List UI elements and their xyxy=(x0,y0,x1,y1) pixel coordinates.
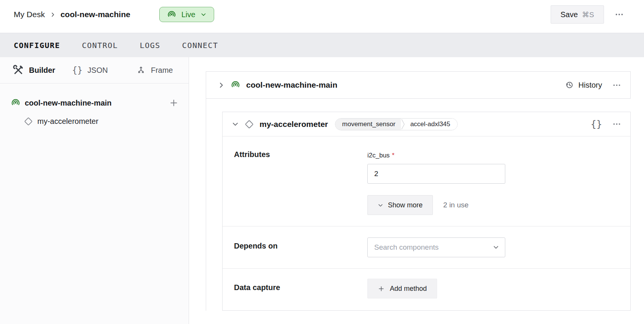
chevron-down-icon xyxy=(378,202,383,208)
depends-on-placeholder: Search components xyxy=(374,243,493,252)
braces-icon: {} xyxy=(72,66,83,75)
machine-part-icon xyxy=(11,98,21,108)
tab-logs[interactable]: LOGS xyxy=(140,41,160,50)
attributes-section: Attributes i2c_bus * xyxy=(223,136,630,226)
tree-item-machine-part[interactable]: cool-new-machine-main xyxy=(0,94,189,112)
tools-icon xyxy=(13,64,24,76)
chevron-down-icon xyxy=(493,244,499,250)
save-button-label: Save xyxy=(561,10,578,19)
show-more-label: Show more xyxy=(388,201,423,209)
breadcrumb-parent[interactable]: My Desk xyxy=(14,10,45,19)
mode-tab-frame-label: Frame xyxy=(151,66,173,75)
show-more-button[interactable]: Show more xyxy=(367,195,433,215)
tree-component-label: my-accelerometer xyxy=(37,117,98,126)
data-capture-section: Data capture Add method xyxy=(223,268,630,310)
component-card-title: my-accelerometer xyxy=(260,120,328,129)
component-card: my-accelerometer movement_sensor accel-a… xyxy=(222,112,631,311)
breadcrumb-chevron-icon xyxy=(50,12,56,18)
component-diamond-icon xyxy=(24,117,33,126)
ellipsis-icon xyxy=(612,120,621,128)
breadcrumb-machine-name: cool-new-machine xyxy=(61,10,130,19)
history-button[interactable]: History xyxy=(565,80,602,90)
edit-json-button[interactable]: {} xyxy=(591,119,602,129)
component-overflow-menu-button[interactable] xyxy=(612,120,621,128)
live-broadcast-icon xyxy=(167,10,176,19)
add-component-button[interactable] xyxy=(169,98,179,108)
tab-control[interactable]: CONTROL xyxy=(82,41,118,50)
machine-overflow-menu-button[interactable] xyxy=(615,10,624,19)
mode-tab-frame[interactable]: Frame xyxy=(136,65,173,75)
add-method-button[interactable]: Add method xyxy=(367,279,437,298)
chevron-down-icon xyxy=(200,11,207,18)
app-window: My Desk cool-new-machine Live Save ⌘S xyxy=(0,0,644,324)
component-type-label: movement_sensor xyxy=(335,119,401,130)
config-mode-tabs: Builder {} JSON Frame xyxy=(0,57,189,83)
depends-on-section: Depends on Search components xyxy=(223,226,630,269)
component-type-badge: movement_sensor accel-adxl345 xyxy=(335,118,458,130)
depends-on-select[interactable]: Search components xyxy=(367,237,505,257)
save-button[interactable]: Save ⌘S xyxy=(551,5,604,24)
part-group-spine xyxy=(206,99,206,311)
frame-axes-icon xyxy=(136,65,146,75)
config-main-pane: cool-new-machine-main History xyxy=(189,57,644,324)
required-marker: * xyxy=(392,152,395,159)
mode-tab-builder[interactable]: Builder xyxy=(13,64,55,76)
expand-part-chevron-icon[interactable] xyxy=(218,82,225,89)
part-overflow-menu-button[interactable] xyxy=(612,81,621,90)
mode-tab-json-label: JSON xyxy=(88,66,108,75)
component-card-header: my-accelerometer movement_sensor accel-a… xyxy=(223,112,630,136)
field-label-text: i2c_bus xyxy=(367,152,390,159)
machine-status-dropdown[interactable]: Live xyxy=(159,7,214,22)
tree-item-component[interactable]: my-accelerometer xyxy=(0,112,189,130)
machine-nav-tabs: CONFIGURE CONTROL LOGS CONNECT xyxy=(0,33,644,57)
i2c-bus-input[interactable] xyxy=(367,164,505,184)
braces-icon: {} xyxy=(591,119,602,129)
tab-connect[interactable]: CONNECT xyxy=(182,41,218,50)
mode-tab-builder-label: Builder xyxy=(29,66,55,75)
component-diamond-icon xyxy=(244,119,254,129)
config-sidebar: Builder {} JSON Frame xyxy=(0,57,189,324)
plus-icon xyxy=(169,98,179,108)
attributes-heading: Attributes xyxy=(234,136,367,226)
machine-part-icon xyxy=(231,80,240,90)
add-method-label: Add method xyxy=(390,285,427,293)
history-button-label: History xyxy=(578,81,602,90)
ellipsis-icon xyxy=(615,10,624,19)
badge-separator xyxy=(401,118,405,130)
machine-status-label: Live xyxy=(181,10,195,19)
save-shortcut-hint: ⌘S xyxy=(582,10,594,19)
tree-part-label: cool-new-machine-main xyxy=(25,99,112,107)
attributes-usage-count: 2 in use xyxy=(443,201,469,209)
machine-part-tree: cool-new-machine-main my-accelerometer xyxy=(0,83,189,130)
data-capture-heading: Data capture xyxy=(234,269,367,310)
mode-tab-json[interactable]: {} JSON xyxy=(72,66,108,75)
machine-part-group: cool-new-machine-main History xyxy=(206,71,631,311)
part-card-title: cool-new-machine-main xyxy=(246,80,337,90)
ellipsis-icon xyxy=(612,81,621,90)
depends-on-heading: Depends on xyxy=(234,226,367,269)
i2c-bus-field-label: i2c_bus * xyxy=(367,152,394,159)
collapse-component-chevron-icon[interactable] xyxy=(232,120,239,128)
history-clock-icon xyxy=(565,80,574,90)
component-model-label: accel-adxl345 xyxy=(405,119,457,130)
part-header-card: cool-new-machine-main History xyxy=(206,71,631,99)
tab-configure[interactable]: CONFIGURE xyxy=(14,41,60,50)
plus-icon xyxy=(378,285,385,292)
top-header: My Desk cool-new-machine Live Save ⌘S xyxy=(0,0,644,33)
